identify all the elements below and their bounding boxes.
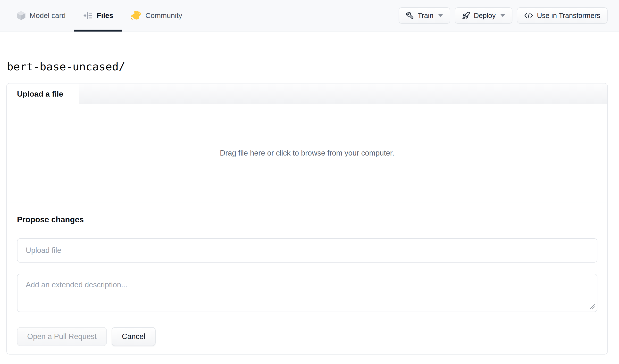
train-button-label: Train	[418, 12, 434, 20]
tab-community[interactable]: Community	[122, 0, 191, 31]
repo-nav: Model card Files	[8, 0, 191, 31]
upload-card: Upload a file Drag file here or click to…	[6, 83, 608, 354]
active-tab-indicator	[74, 30, 122, 31]
tab-model-card-label: Model card	[30, 11, 66, 20]
dropzone-hint-text: Drag file here or click to browse from y…	[220, 149, 394, 157]
repo-header: Model card Files	[0, 0, 619, 31]
textarea-resize-handle[interactable]	[588, 303, 595, 310]
tab-files-label: Files	[97, 11, 113, 20]
header-actions: Train Deploy	[399, 7, 608, 24]
tab-files[interactable]: Files	[74, 0, 122, 31]
tab-upload-a-file[interactable]: Upload a file	[7, 84, 79, 104]
tabbar-filler	[79, 84, 607, 104]
propose-changes-section: Propose changes Open a Pull Request Canc…	[7, 202, 607, 354]
deploy-button-label: Deploy	[474, 12, 496, 20]
tab-model-card[interactable]: Model card	[8, 0, 74, 31]
file-versions-icon	[83, 11, 93, 20]
tab-community-label: Community	[145, 11, 182, 20]
description-field-wrapper	[17, 274, 597, 312]
deploy-button[interactable]: Deploy	[455, 7, 512, 24]
upload-file-input[interactable]	[17, 238, 597, 263]
waving-hand-icon	[131, 10, 141, 21]
caret-down-icon	[500, 14, 505, 17]
cube-icon	[16, 10, 26, 21]
file-dropzone[interactable]: Drag file here or click to browse from y…	[7, 104, 607, 202]
propose-changes-heading: Propose changes	[17, 215, 597, 224]
open-pull-request-label: Open a Pull Request	[27, 332, 97, 341]
propose-actions-row: Open a Pull Request Cancel	[17, 327, 597, 346]
cancel-button[interactable]: Cancel	[112, 327, 155, 346]
extended-description-textarea[interactable]	[17, 274, 597, 312]
caret-down-icon	[438, 14, 443, 17]
open-pull-request-button[interactable]: Open a Pull Request	[17, 327, 107, 346]
code-icon	[524, 12, 533, 19]
train-button[interactable]: Train	[399, 7, 450, 24]
rocket-icon	[462, 11, 470, 20]
wrench-icon	[406, 11, 414, 20]
tab-upload-a-file-label: Upload a file	[17, 90, 63, 98]
use-in-transformers-button[interactable]: Use in Transformers	[517, 7, 608, 24]
repo-path-title: bert-base-uncased/	[7, 61, 608, 72]
upload-card-tabbar: Upload a file	[7, 84, 607, 104]
cancel-label: Cancel	[122, 332, 145, 341]
use-in-transformers-label: Use in Transformers	[537, 12, 600, 20]
